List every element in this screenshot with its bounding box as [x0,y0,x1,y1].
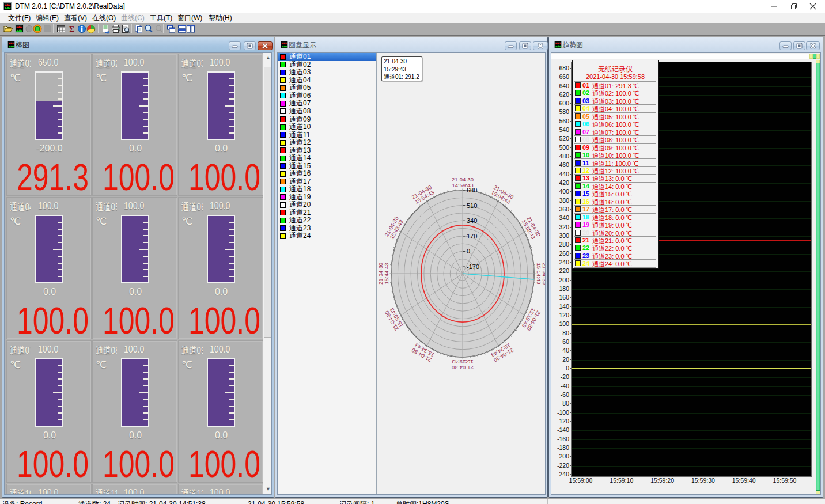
svg-text:Σ: Σ [69,25,74,34]
svg-text:170: 170 [467,233,477,240]
svg-text:0: 0 [467,248,470,255]
svg-text:340: 340 [467,217,477,224]
svg-text:510: 510 [467,202,477,209]
svg-text:15:29:43: 15:29:43 [452,359,474,365]
svg-text:14:59:43: 14:59:43 [452,182,474,188]
svg-text:15:14:43: 15:14:43 [536,263,542,285]
svg-text:-170: -170 [467,263,479,270]
svg-text:15:44:43: 15:44:43 [383,263,389,285]
